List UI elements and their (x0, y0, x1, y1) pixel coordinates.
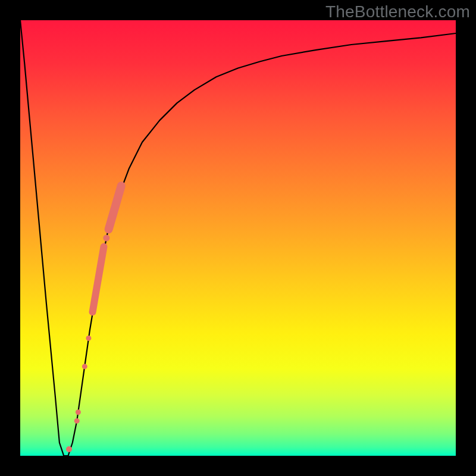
chart-frame: TheBottleneck.com (0, 0, 476, 476)
gradient-background (20, 20, 456, 456)
marker-dot (82, 364, 87, 369)
marker-dot (103, 235, 109, 242)
plot-svg (20, 20, 456, 456)
marker-dot (74, 418, 80, 424)
marker-dot (66, 446, 72, 452)
watermark-text: TheBottleneck.com (325, 2, 470, 21)
marker-dot (86, 336, 91, 341)
marker-dot (76, 409, 81, 415)
plot-area (20, 20, 456, 456)
